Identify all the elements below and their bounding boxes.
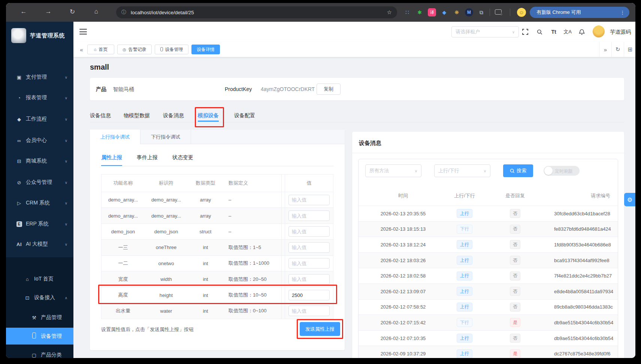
category-icon: ▢ <box>31 352 37 358</box>
chevron-down-icon: ∨ <box>415 169 417 173</box>
site-info-icon[interactable]: ⓘ <box>121 9 126 16</box>
subtab-event-report[interactable]: 事件上报 <box>137 154 158 161</box>
chevron-down-icon: ∨ <box>65 96 67 100</box>
divider <box>352 153 624 153</box>
sidebar-item-workflow[interactable]: ◆ 工作流程 ∨ <box>6 112 73 127</box>
tab-uplink-debug[interactable]: 上行指令调试 <box>90 130 140 144</box>
notification-bell-icon[interactable] <box>577 28 587 36</box>
divider <box>490 9 490 16</box>
translate-icon[interactable]: 文A <box>562 28 573 36</box>
send-hint-text: 设置属性值后，点击「发送属性上报」按钮 <box>101 326 194 333</box>
value-input[interactable] <box>288 258 330 269</box>
tags-menu-icon[interactable]: ⊞ <box>624 42 635 57</box>
table-row: demo_array...demo_array...array– <box>102 192 333 207</box>
tag-tab-device-mgmt[interactable]: 设备管理 <box>155 45 188 54</box>
value-input[interactable] <box>288 274 330 285</box>
sidebar-item-member[interactable]: ∞ 会员中心 ∨ <box>6 133 73 148</box>
mall-icon: ⊟ <box>16 158 22 164</box>
sidebar-item-mall[interactable]: ⊟ 商城系统 ∨ <box>6 154 73 169</box>
chrome-update-button[interactable]: 有新版 Chrome 可用 ⋮ <box>530 7 629 18</box>
tags-scroll-right-icon[interactable]: » <box>599 42 611 57</box>
sidebar-submenu-iot: ⌂ IoT 首页 ⊡ 设备接入 ∧ ⚒ 产品管理 设备管理 ▢ 产品分类 <box>6 257 73 358</box>
value-input[interactable] <box>288 226 330 237</box>
tags-refresh-icon[interactable]: ↻ <box>611 42 624 57</box>
tab-simulate-device[interactable]: 模拟设备 <box>198 112 219 119</box>
sidebar-item-report[interactable]: ◔ 报表管理 ∨ <box>6 90 73 105</box>
reply-tag: 否 <box>510 303 520 312</box>
table-header: 功能名称 标识符 数据类型 数据定义 值 <box>102 175 333 192</box>
active-tab-underline <box>198 121 219 122</box>
browser-menu-icon[interactable]: ⋮ <box>620 10 625 15</box>
tag-tab-home[interactable]: ⌂ 首页 <box>87 45 114 54</box>
property-table: 功能名称 标识符 数据类型 数据定义 值 demo_array...demo_a… <box>101 174 333 319</box>
search-icon[interactable] <box>534 28 545 36</box>
screen-capture-icon[interactable]: ○ <box>495 9 502 15</box>
direction-tag: 下行 <box>457 318 472 327</box>
sidebar-item-product-mgmt[interactable]: ⚒ 产品管理 <box>6 310 73 325</box>
sidebar-item-device-access[interactable]: ⊡ 设备接入 ∧ <box>6 290 73 305</box>
message-row: 2026-02-13 18:15:13 下行 否 fe8327bfd6d9484… <box>359 221 618 237</box>
copy-button[interactable]: 复制 <box>317 84 341 95</box>
theme-settings-gear-button[interactable]: ⚙ <box>624 193 635 206</box>
user-avatar[interactable] <box>593 25 605 37</box>
direction-tag: 上行 <box>457 287 472 296</box>
tab-device-message[interactable]: 设备消息 <box>163 112 184 119</box>
bookmark-star-icon[interactable]: ☆ <box>387 9 392 16</box>
send-property-report-button[interactable]: 发送属性上报 <box>300 322 340 336</box>
app-header: 请选择租户 ∨ Tt 文A 芋道源码 <box>73 22 635 42</box>
auto-refresh-toggle[interactable]: 定时刷新 <box>544 166 580 176</box>
direction-tag: 上行 <box>457 209 472 218</box>
fullscreen-icon[interactable] <box>520 28 530 36</box>
tag-tab-device-detail[interactable]: 设备详情 <box>191 45 220 54</box>
forward-icon[interactable]: → <box>43 8 53 15</box>
tab-downlink-debug[interactable]: 下行指令调试 <box>140 130 191 144</box>
tab-thing-model-data[interactable]: 物模型数据 <box>124 112 150 119</box>
message-table: 时间 上行/下行 是否回复 请求编号 2026-02-13 20:35:55 上… <box>359 186 618 358</box>
method-filter-select[interactable]: 所有方法 ∨ <box>365 164 421 177</box>
device-message-card: 设备消息 所有方法 ∨ 上行/下行 ∨ 搜索 定时刷新 <box>352 132 624 358</box>
value-input[interactable] <box>288 242 330 253</box>
reload-icon[interactable]: ↻ <box>67 8 77 16</box>
extension-icon[interactable]: M <box>465 8 473 16</box>
user-name[interactable]: 芋道源码 <box>610 29 631 36</box>
back-icon[interactable]: ← <box>19 8 28 15</box>
tools-icon: ⚒ <box>31 315 37 321</box>
collapse-menu-icon[interactable] <box>79 29 87 34</box>
sidebar-item-label: IoT 首页 <box>34 276 54 282</box>
search-button[interactable]: 搜索 <box>503 164 533 177</box>
subtab-state-change[interactable]: 状态变更 <box>172 154 193 161</box>
sidebar-item-iot-home[interactable]: ⌂ IoT 首页 <box>6 272 73 286</box>
member-icon: ∞ <box>16 138 22 143</box>
sidebar-item-label: ERP 系统 <box>26 221 48 227</box>
home-icon[interactable]: ⌂ <box>91 8 101 15</box>
extension-icon[interactable]: ❋ <box>453 8 461 16</box>
extension-icon[interactable]: ✱ <box>415 8 424 16</box>
sidebar-item-device-mgmt[interactable]: 设备管理 <box>6 328 73 345</box>
value-input[interactable] <box>288 210 330 221</box>
profile-avatar[interactable]: ☺ <box>517 8 526 17</box>
direction-filter-select[interactable]: 上行/下行 ∨ <box>434 164 490 177</box>
value-input[interactable] <box>288 306 330 316</box>
extension-icon[interactable]: ∷ <box>403 8 411 16</box>
sidebar-item-payment[interactable]: ▣ 支付管理 ∨ <box>6 70 73 85</box>
address-bar[interactable]: ⓘ localhost/iot/device/detail/25 ☆ <box>116 6 397 18</box>
tab-device-info[interactable]: 设备信息 <box>90 112 111 119</box>
value-input[interactable] <box>288 195 330 205</box>
tag-tab-alarm[interactable]: ◎ 告警记录 <box>117 45 152 54</box>
subtab-property-report[interactable]: 属性上报 <box>101 154 122 161</box>
extension-icon[interactable]: ◆ <box>440 8 448 16</box>
font-size-icon[interactable]: Tt <box>548 28 559 36</box>
url-text[interactable]: localhost/iot/device/detail/25 <box>131 10 387 15</box>
translate-extension-icon[interactable]: 译 <box>428 8 436 16</box>
tags-scroll-left-icon[interactable]: « <box>75 42 88 57</box>
tenant-select[interactable]: 请选择租户 ∨ <box>451 26 519 37</box>
chevron-down-icon: ∨ <box>512 30 515 34</box>
sidebar-item-product-category[interactable]: ▢ 产品分类 <box>6 348 73 358</box>
height-value-input[interactable] <box>288 290 330 300</box>
sidebar-item-crm[interactable]: ▷ CRM 系统 ∨ <box>6 195 73 210</box>
sidebar-item-mp[interactable]: ⊘ 公众号管理 ∨ <box>6 175 73 190</box>
sidebar-item-erp[interactable]: E ERP 系统 ∨ <box>6 216 73 231</box>
tab-device-config[interactable]: 设备配置 <box>234 112 255 119</box>
extensions-puzzle-icon[interactable]: ⧉ <box>477 8 486 16</box>
search-button-label: 搜索 <box>517 167 526 174</box>
